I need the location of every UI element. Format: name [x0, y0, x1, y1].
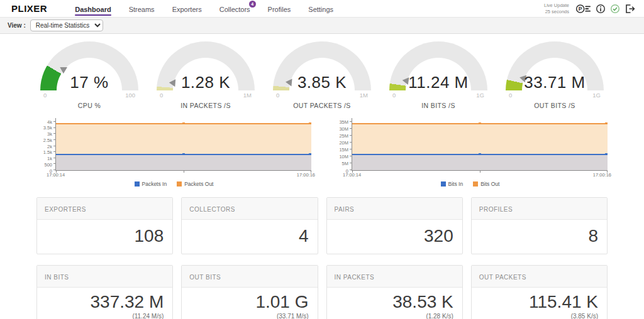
- x-tick-mark: [56, 170, 57, 173]
- card-collectors[interactable]: COLLECTORS 4: [181, 197, 318, 254]
- gauge-min: 0: [509, 92, 512, 99]
- gauge-range: 01G: [389, 92, 487, 99]
- main-nav: Dashboard Streams Exporters Collectors4 …: [75, 0, 333, 17]
- y-tick-label: 4k: [47, 119, 52, 124]
- card-label: IN BITS: [45, 274, 69, 281]
- legend-swatch-icon: [473, 181, 478, 187]
- chart-body: 35M30M25M20M15M10M5M0: [333, 118, 608, 171]
- charts-row: 4k3.5k3k2.5k2k1.5k1k5000 17:00:14 17:00:…: [0, 109, 644, 187]
- gauge-dial: 33.71 M: [506, 41, 604, 90]
- legend-swatch-icon: [441, 181, 446, 187]
- nav-profiles[interactable]: Profiles: [268, 0, 291, 17]
- y-tick-label: 20M: [339, 141, 348, 146]
- logout-icon[interactable]: [625, 4, 635, 14]
- gauge-range: 0100: [40, 92, 138, 99]
- y-tick-label: 0: [50, 168, 52, 173]
- y-tick-label: 500: [44, 163, 52, 168]
- info-icon[interactable]: [596, 4, 606, 14]
- gauge-max: 1M: [360, 92, 368, 99]
- y-tick-mark: [53, 121, 56, 122]
- chart-legend: Bits InBits Out: [333, 181, 608, 187]
- gauge-title: CPU %: [78, 102, 101, 109]
- gauge-value: 17 %: [40, 73, 138, 90]
- card-body: 1.01 G (33.71 M/s): [182, 288, 317, 319]
- gauge-dial: 17 %: [40, 41, 138, 90]
- status-ok-icon[interactable]: [610, 4, 620, 14]
- legend-swatch-icon: [177, 181, 182, 187]
- top-navbar: PLIXER Dashboard Streams Exporters Colle…: [0, 0, 644, 18]
- nav-label: Settings: [308, 6, 333, 13]
- nav-settings[interactable]: Settings: [308, 0, 333, 17]
- card-value: 1.01 G: [191, 292, 308, 312]
- card-rate: (11.24 M/s): [46, 313, 164, 319]
- gauge-value: 3.85 K: [273, 73, 371, 90]
- gauge-max: 100: [125, 92, 135, 99]
- nav-label: Exporters: [172, 6, 202, 13]
- stat-cards-row-1: EXPORTERS 108 COLLECTORS 4 PAIRS 320 PRO…: [0, 187, 644, 254]
- legend-item: Bits In: [441, 181, 464, 187]
- live-update-status: Live Update 25 seconds: [544, 3, 569, 14]
- x-axis-label-end: 17:00:16: [297, 172, 315, 178]
- gauge-value: 11.24 M: [389, 73, 487, 90]
- x-tick-mark: [184, 170, 184, 173]
- y-axis: 4k3.5k3k2.5k2k1.5k1k5000: [36, 118, 55, 171]
- series-area: [352, 154, 608, 170]
- gauge-dial: 1.28 K: [157, 41, 255, 90]
- svg-text:P: P: [579, 6, 582, 12]
- x-tick-mark: [480, 170, 480, 173]
- gauge-out-bits: 33.71 M 01G OUT BITS /S: [502, 41, 608, 109]
- card-label: PAIRS: [335, 206, 355, 213]
- y-tick-label: 2k: [47, 144, 52, 149]
- nav-streams[interactable]: Streams: [129, 0, 155, 17]
- legend-item: Packets In: [135, 181, 167, 187]
- collectors-count-badge: 4: [249, 1, 256, 8]
- card-out-bits[interactable]: OUT BITS 1.01 G (33.71 M/s): [181, 265, 318, 319]
- x-tick-mark: [607, 170, 608, 173]
- nav-exporters[interactable]: Exporters: [172, 0, 202, 17]
- y-tick-label: 25M: [339, 134, 348, 139]
- card-value: 108: [46, 226, 164, 246]
- card-body: 320: [327, 220, 462, 254]
- gauge-range: 01G: [506, 92, 604, 99]
- y-tick-label: 15M: [339, 148, 348, 153]
- legend-item: Bits Out: [473, 181, 499, 187]
- view-select[interactable]: Real-time Statistics: [30, 19, 103, 31]
- card-profiles[interactable]: PROFILES 8: [471, 197, 608, 254]
- card-header: IN BITS: [37, 266, 172, 288]
- live-update-line2: 25 seconds: [544, 9, 569, 14]
- gauge-title: OUT PACKETS /S: [293, 102, 351, 109]
- product-menu-icon[interactable]: P: [575, 4, 591, 14]
- data-point-marker: [605, 153, 608, 155]
- plot-area: [352, 118, 608, 171]
- gauge-title: OUT BITS /S: [534, 102, 575, 109]
- card-body: 38.53 K (1.28 K/s): [327, 288, 462, 319]
- y-tick-label: 3.5k: [43, 126, 52, 131]
- gauge-range: 01M: [157, 92, 255, 99]
- plixer-logo[interactable]: PLIXER: [11, 3, 47, 14]
- card-in-packets[interactable]: IN PACKETS 38.53 K (1.28 K/s): [326, 265, 463, 319]
- gauge-out-packets: 3.85 K 01M OUT PACKETS /S: [269, 41, 375, 109]
- card-rate: (3.85 K/s): [480, 313, 598, 319]
- card-out-packets[interactable]: OUT PACKETS 115.41 K (3.85 K/s): [471, 265, 608, 319]
- x-tick-mark: [352, 170, 353, 173]
- nav-label: Profiles: [268, 6, 291, 13]
- x-tick-mark: [311, 170, 311, 173]
- card-header: OUT PACKETS: [472, 266, 607, 288]
- nav-collectors[interactable]: Collectors4: [219, 0, 250, 17]
- y-tick-label: 2.5k: [43, 138, 52, 143]
- card-value: 4: [191, 226, 308, 246]
- chart-legend: Packets InPackets Out: [36, 181, 311, 187]
- card-header: COLLECTORS: [182, 198, 317, 220]
- x-axis-label-end: 17:00:16: [593, 172, 611, 178]
- gauges-row: 17 % 0100 CPU % 1.28 K 01M IN PACKETS /S…: [0, 34, 644, 109]
- header-actions: Live Update 25 seconds P: [544, 3, 635, 14]
- gauge-range: 01M: [273, 92, 371, 99]
- card-in-bits[interactable]: IN BITS 337.32 M (11.24 M/s): [36, 265, 173, 319]
- data-point-marker: [309, 153, 311, 155]
- card-pairs[interactable]: PAIRS 320: [326, 197, 463, 254]
- nav-dashboard[interactable]: Dashboard: [75, 0, 111, 17]
- card-exporters[interactable]: EXPORTERS 108: [36, 197, 173, 254]
- gauge-cpu: 17 % 0100 CPU %: [36, 41, 142, 109]
- y-tick-label: 5M: [342, 161, 348, 166]
- legend-item: Packets Out: [177, 181, 213, 187]
